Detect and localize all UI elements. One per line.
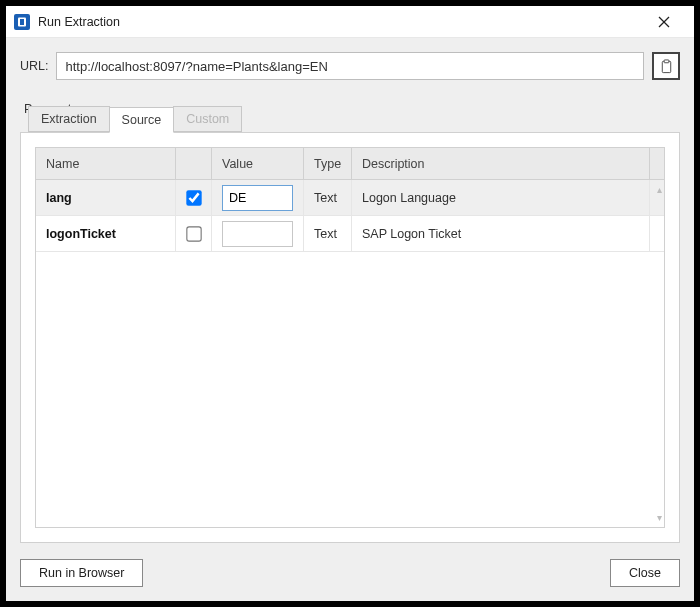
url-input[interactable] [56,52,644,80]
param-type: Text [304,216,352,251]
param-enabled-checkbox[interactable] [186,226,201,241]
param-name: logonTicket [36,216,176,251]
grid-header: Name Value Type Description [36,148,664,180]
table-row[interactable]: lang Text Logon Language [36,180,664,216]
col-type[interactable]: Type [304,148,352,179]
close-dialog-button[interactable]: Close [610,559,680,587]
run-in-browser-button[interactable]: Run in Browser [20,559,143,587]
col-description[interactable]: Description [352,148,650,179]
param-value-input[interactable] [222,221,293,247]
col-checkbox[interactable] [176,148,212,179]
param-type: Text [304,180,352,215]
svg-rect-2 [20,19,24,25]
dialog-window: Run Extraction URL: Parameters Extractio… [6,6,694,601]
tab-custom: Custom [173,106,242,132]
svg-rect-6 [664,59,669,62]
copy-url-button[interactable] [652,52,680,80]
tab-extraction[interactable]: Extraction [28,106,110,132]
parameters-grid: Name Value Type Description lang [35,147,665,528]
param-enabled-checkbox[interactable] [186,190,201,205]
close-button[interactable] [644,6,684,37]
tab-source[interactable]: Source [109,107,175,133]
client-area: URL: Parameters Extraction Source Custom [6,38,694,601]
table-row[interactable]: logonTicket Text SAP Logon Ticket [36,216,664,252]
close-icon [658,16,670,28]
col-value[interactable]: Value [212,148,304,179]
scroll-down-icon[interactable]: ▾ [657,512,662,523]
url-row: URL: [20,52,680,80]
param-name: lang [36,180,176,215]
param-description: Logon Language [352,180,650,215]
col-scroll-spacer [650,148,670,179]
col-name[interactable]: Name [36,148,176,179]
param-value-input[interactable] [222,185,293,211]
parameters-panel: Name Value Type Description lang [20,132,680,543]
scroll-up-icon[interactable]: ▴ [657,184,662,195]
clipboard-icon [659,59,674,74]
param-description: SAP Logon Ticket [352,216,650,251]
titlebar: Run Extraction [6,6,694,38]
grid-body: lang Text Logon Language logonTicket [36,180,664,527]
parameter-tabs: Extraction Source Custom [28,106,680,132]
url-label: URL: [20,59,48,73]
footer: Run in Browser Close [20,559,680,587]
window-title: Run Extraction [38,15,644,29]
app-icon [14,14,30,30]
